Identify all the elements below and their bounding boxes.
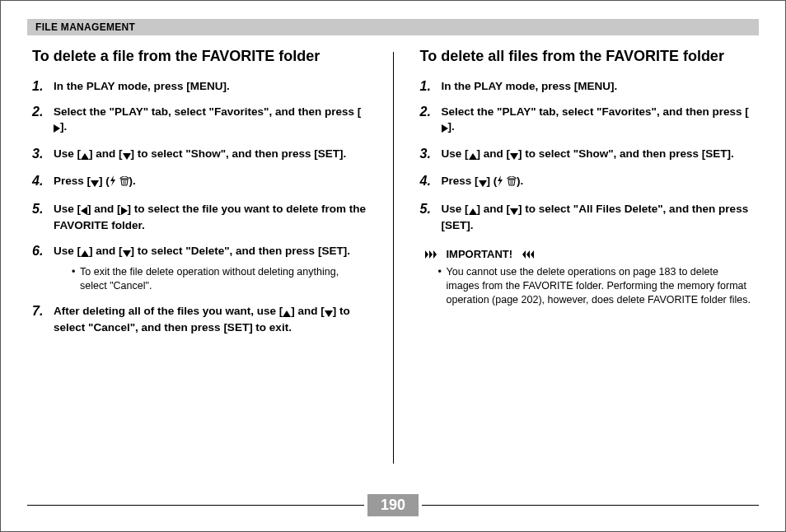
right-section-title: To delete all files from the FAVORITE fo… bbox=[420, 47, 755, 66]
step-number: 7. bbox=[32, 304, 47, 319]
triangle-down-icon bbox=[325, 306, 333, 320]
step-body: Use [] and [] to select the file you wan… bbox=[54, 202, 367, 233]
step-body: Use [] and [] to select "Show", and then… bbox=[442, 147, 755, 163]
important-header: IMPORTANT! bbox=[425, 248, 755, 260]
triangle-up-icon bbox=[81, 148, 89, 163]
step-body: Select the "PLAY" tab, select "Favorites… bbox=[442, 105, 755, 136]
arrow-left-icon bbox=[516, 250, 534, 259]
important-block: IMPORTANT! You cannot use the delete ope… bbox=[420, 248, 755, 307]
triangle-down-icon bbox=[510, 203, 518, 218]
right-steps-list: 1.In the PLAY mode, press [MENU].2.Selec… bbox=[420, 79, 755, 234]
flash-icon bbox=[497, 175, 503, 190]
step-number: 1. bbox=[420, 79, 435, 94]
step-number: 5. bbox=[32, 202, 47, 217]
step-item: 3.Use [] and [] to select "Show", and th… bbox=[32, 147, 367, 163]
left-section-title: To delete a file from the FAVORITE folde… bbox=[32, 47, 367, 66]
step-number: 5. bbox=[420, 202, 435, 217]
footer-line-left bbox=[27, 505, 364, 506]
triangle-right-icon bbox=[121, 203, 128, 218]
trash-icon bbox=[119, 175, 129, 190]
triangle-right-icon bbox=[54, 121, 60, 136]
left-steps-list: 1.In the PLAY mode, press [MENU].2.Selec… bbox=[32, 79, 367, 336]
step-item: 1.In the PLAY mode, press [MENU]. bbox=[32, 79, 367, 94]
triangle-up-icon bbox=[81, 245, 89, 260]
step-number: 1. bbox=[32, 79, 47, 94]
step-body: Use [] and [] to select "Show", and then… bbox=[54, 147, 367, 163]
step-item: 2.Select the "PLAY" tab, select "Favorit… bbox=[420, 105, 755, 136]
section-header-text: FILE MANAGEMENT bbox=[35, 21, 135, 33]
trash-icon bbox=[507, 175, 517, 190]
important-notes-list: You cannot use the delete operations on … bbox=[438, 265, 755, 307]
triangle-up-icon bbox=[283, 306, 291, 320]
step-body: Select the "PLAY" tab, select "Favorites… bbox=[54, 105, 367, 136]
manual-page: FILE MANAGEMENT To delete a file from th… bbox=[1, 1, 785, 531]
step-number: 4. bbox=[32, 174, 47, 189]
step-subnotes: To exit the file delete operation withou… bbox=[72, 265, 367, 293]
page-footer: 190 bbox=[27, 494, 759, 516]
step-number: 3. bbox=[32, 147, 47, 161]
triangle-down-icon bbox=[479, 175, 487, 190]
important-label: IMPORTANT! bbox=[447, 248, 513, 260]
step-item: 5.Use [] and [] to select "All Files Del… bbox=[420, 202, 755, 233]
triangle-right-icon bbox=[442, 121, 448, 136]
triangle-up-icon bbox=[469, 148, 477, 163]
step-item: 7.After deleting all of the files you wa… bbox=[32, 304, 367, 335]
step-body: Press [] ( ). bbox=[54, 174, 367, 190]
step-body: In the PLAY mode, press [MENU]. bbox=[442, 79, 755, 94]
step-number: 2. bbox=[420, 105, 435, 119]
step-body: Press [] ( ). bbox=[442, 174, 755, 190]
step-body: In the PLAY mode, press [MENU]. bbox=[54, 79, 367, 94]
triangle-down-icon bbox=[510, 148, 518, 163]
important-note: You cannot use the delete operations on … bbox=[438, 265, 755, 307]
step-body: After deleting all of the files you want… bbox=[54, 304, 367, 335]
step-body: Use [] and [] to select "All Files Delet… bbox=[442, 202, 755, 233]
right-column: To delete all files from the FAVORITE fo… bbox=[415, 47, 760, 475]
triangle-down-icon bbox=[123, 148, 131, 163]
step-item: 5.Use [] and [] to select the file you w… bbox=[32, 202, 367, 233]
step-body: Use [] and [] to select "Delete", and th… bbox=[54, 244, 367, 293]
step-item: 4.Press [] ( ). bbox=[32, 174, 367, 190]
column-divider bbox=[393, 52, 394, 464]
step-subnote: To exit the file delete operation withou… bbox=[72, 265, 367, 293]
page-number: 190 bbox=[367, 494, 419, 516]
step-item: 6.Use [] and [] to select "Delete", and … bbox=[32, 244, 367, 293]
step-number: 2. bbox=[32, 105, 47, 119]
step-item: 1.In the PLAY mode, press [MENU]. bbox=[420, 79, 755, 94]
section-header: FILE MANAGEMENT bbox=[27, 19, 759, 35]
step-number: 4. bbox=[420, 174, 435, 189]
triangle-down-icon bbox=[123, 245, 131, 260]
triangle-down-icon bbox=[91, 175, 99, 190]
step-item: 3.Use [] and [] to select "Show", and th… bbox=[420, 147, 755, 163]
two-column-layout: To delete a file from the FAVORITE folde… bbox=[27, 47, 759, 475]
flash-icon bbox=[110, 175, 116, 190]
footer-line-right bbox=[422, 505, 759, 506]
step-number: 3. bbox=[420, 147, 435, 161]
left-column: To delete a file from the FAVORITE folde… bbox=[27, 47, 372, 475]
step-number: 6. bbox=[32, 244, 47, 259]
step-item: 4.Press [] ( ). bbox=[420, 174, 755, 190]
triangle-left-icon bbox=[81, 203, 87, 218]
step-item: 2.Select the "PLAY" tab, select "Favorit… bbox=[32, 105, 367, 136]
arrow-right-icon bbox=[425, 250, 443, 259]
triangle-up-icon bbox=[469, 203, 477, 218]
